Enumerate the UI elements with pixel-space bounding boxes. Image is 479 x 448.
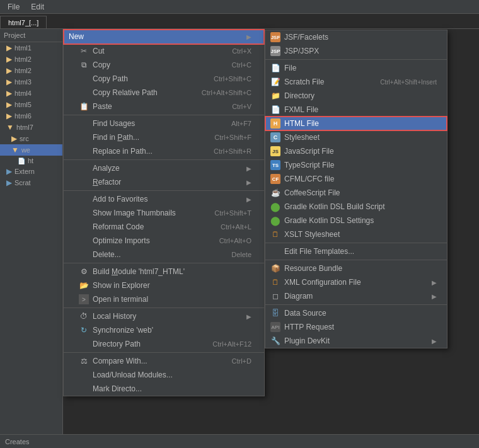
submenu-item-jsf[interactable]: JSF JSF/Facelets xyxy=(265,30,447,44)
menu-item-refactor[interactable]: Refactor ▶ xyxy=(64,175,264,189)
dir-path-shortcut: Ctrl+Alt+F12 xyxy=(212,340,251,348)
diagram-wrap: ◻ Diagram xyxy=(270,291,313,301)
find-path-wrap: Find in Path... xyxy=(79,132,139,142)
reformat-icon xyxy=(79,222,89,232)
menu-item-explorer[interactable]: 📂 Show in Explorer xyxy=(64,279,264,292)
html-wrap: H HTML File xyxy=(270,118,319,129)
submenu-item-http[interactable]: API HTTP Request xyxy=(265,320,447,334)
scratch-shortcut: Ctrl+Alt+Shift+Insert xyxy=(380,79,437,86)
datasource-label: Data Source xyxy=(284,309,326,318)
menu-item-find-path[interactable]: Find in Path... Ctrl+Shift+F xyxy=(64,130,264,144)
menubar-edit[interactable]: Edit xyxy=(26,1,49,13)
replace-label: Replace in Path... xyxy=(93,147,153,156)
sidebar-item-html2a[interactable]: ▶ html2 xyxy=(0,54,62,65)
menu-item-replace-path[interactable]: Replace in Path... Ctrl+Shift+R xyxy=(64,144,264,158)
folder-icon: ▶ xyxy=(6,55,12,64)
menu-item-reformat[interactable]: Reformat Code Ctrl+Alt+L xyxy=(64,220,264,234)
separator-1 xyxy=(64,115,264,115)
menu-item-analyze[interactable]: Analyze ▶ xyxy=(64,161,264,175)
context-menu: New ▶ ✂ Cut Ctrl+X ⧉ Copy Ctrl+C Copy Pa… xyxy=(63,29,265,396)
submenu-item-resource[interactable]: 📦 Resource Bundle xyxy=(265,261,447,275)
menu-item-copy[interactable]: ⧉ Copy Ctrl+C xyxy=(64,58,264,72)
submenu-item-html[interactable]: H HTML File xyxy=(265,117,447,130)
sidebar-item-html3[interactable]: ▶ html3 xyxy=(0,76,62,88)
mark-dir-icon xyxy=(79,384,89,394)
menu-item-find-usages[interactable]: Find Usages Alt+F7 xyxy=(64,117,264,130)
terminal-wrap: > Open in terminal xyxy=(79,294,148,304)
submenu-item-coffee[interactable]: ☕ CoffeeScript File xyxy=(265,186,447,200)
submenu-item-javascript[interactable]: JS JavaScript File xyxy=(265,144,447,158)
submenu-item-file[interactable]: 📄 File xyxy=(265,61,447,75)
sidebar-item-extern[interactable]: ▶ Extern xyxy=(0,166,62,177)
menubar-file[interactable]: File xyxy=(3,1,25,13)
folder-open-icon: ▼ xyxy=(6,123,14,132)
menu-item-compare[interactable]: ⚖ Compare With... Ctrl+D xyxy=(64,354,264,368)
menu-item-copy-rel[interactable]: Copy Relative Path Ctrl+Alt+Shift+C xyxy=(64,86,264,100)
menu-item-favorites[interactable]: Add to Favorites ▶ xyxy=(64,192,264,206)
submenu-item-datasource[interactable]: 🗄 Data Source xyxy=(265,306,447,320)
menu-item-new[interactable]: New ▶ xyxy=(64,30,264,44)
menu-item-terminal[interactable]: > Open in terminal xyxy=(64,292,264,306)
sidebar-item-html1[interactable]: ▶ html1 xyxy=(0,42,62,54)
fxml-label: FXML File xyxy=(284,105,318,114)
menu-item-copy-path[interactable]: Copy Path Ctrl+Shift+C xyxy=(64,72,264,86)
fxml-wrap: 📄 FXML File xyxy=(270,105,318,115)
submenu-item-gradle-settings[interactable]: ⬤ Gradle Kotlin DSL Settings xyxy=(265,214,447,227)
submenu-item-xml-config[interactable]: 🗒 XML Configuration File ▶ xyxy=(265,275,447,289)
file-icon: 📄 xyxy=(270,63,280,73)
menu-item-cut[interactable]: ✂ Cut Ctrl+X xyxy=(64,44,264,58)
submenu-sep-2 xyxy=(265,243,447,243)
sidebar-item-html7[interactable]: ▼ html7 xyxy=(0,122,62,133)
submenu-item-jsp[interactable]: JSP JSP/JSPX xyxy=(265,44,447,58)
replace-shortcut: Ctrl+Shift+R xyxy=(214,147,251,155)
menu-item-build[interactable]: ⚙ Build Module 'html7_HTML' xyxy=(64,265,264,279)
history-arrow: ▶ xyxy=(246,313,251,320)
folder-icon: ▶ xyxy=(6,100,12,109)
resource-icon: 📦 xyxy=(270,263,280,273)
submenu-item-gradle-build[interactable]: ⬤ Gradle Kotlin DSL Build Script xyxy=(265,200,447,214)
favorites-arrow: ▶ xyxy=(246,196,251,203)
menu-item-local-history[interactable]: ⏱ Local History ▶ xyxy=(64,309,264,323)
copy-rel-icon xyxy=(79,88,89,98)
cut-shortcut: Ctrl+X xyxy=(232,47,251,55)
sidebar-label: src xyxy=(20,135,29,142)
javascript-label: JavaScript File xyxy=(284,147,334,156)
menu-item-paste[interactable]: 📋 Paste Ctrl+V xyxy=(64,100,264,113)
submenu-item-scratch[interactable]: 📝 Scratch File Ctrl+Alt+Shift+Insert xyxy=(265,75,447,89)
optimize-icon xyxy=(79,236,89,246)
sidebar-item-html5[interactable]: ▶ html5 xyxy=(0,99,62,110)
submenu-item-stylesheet[interactable]: C Stylesheet xyxy=(265,130,447,144)
menu-item-sync[interactable]: ↻ Synchronize 'web' xyxy=(64,323,264,337)
submenu-item-cfml[interactable]: CF CFML/CFC file xyxy=(265,172,447,186)
submenu-item-fxml[interactable]: 📄 FXML File xyxy=(265,103,447,117)
submenu-item-plugin[interactable]: 🔧 Plugin DevKit ▶ xyxy=(265,334,447,348)
sidebar-item-src[interactable]: ▶ src xyxy=(0,133,62,144)
submenu-item-typescript[interactable]: TS TypeScript File xyxy=(265,158,447,172)
active-tab[interactable]: html7_[...] xyxy=(0,16,47,28)
submenu-item-directory[interactable]: 📁 Directory xyxy=(265,89,447,103)
gradle-build-wrap: ⬤ Gradle Kotlin DSL Build Script xyxy=(270,202,385,212)
separator-5 xyxy=(64,307,264,308)
menu-item-dir-path[interactable]: Directory Path Ctrl+Alt+F12 xyxy=(64,337,264,351)
sync-icon: ↻ xyxy=(79,325,89,335)
menu-item-delete[interactable]: Delete... Delete xyxy=(64,248,264,261)
sidebar-item-html4[interactable]: ▶ html4 xyxy=(0,88,62,99)
menu-item-optimize[interactable]: Optimize Imports Ctrl+Alt+O xyxy=(64,234,264,248)
arrow-icon: ▶ xyxy=(246,33,251,40)
submenu-item-diagram[interactable]: ◻ Diagram ▶ xyxy=(265,289,447,303)
submenu-item-edit-templates[interactable]: Edit File Templates... xyxy=(265,244,447,258)
sync-label: Synchronize 'web' xyxy=(93,326,153,335)
compare-wrap: ⚖ Compare With... xyxy=(79,356,147,366)
sidebar-item-web[interactable]: ▼ we xyxy=(0,144,62,156)
sidebar-item-html2b[interactable]: ▶ html2 xyxy=(0,65,62,76)
diagram-label: Diagram xyxy=(284,292,313,301)
sidebar-item-scratch[interactable]: ▶ Scrat xyxy=(0,177,62,188)
submenu-item-xslt[interactable]: 🗒 XSLT Stylesheet xyxy=(265,227,447,241)
menu-item-mark-dir[interactable]: Mark Directo... xyxy=(64,382,264,396)
sidebar-item-ht[interactable]: 📄 ht xyxy=(0,156,62,166)
menu-item-thumbnails[interactable]: Show Image Thumbnails Ctrl+Shift+T xyxy=(64,206,264,220)
gradle-build-label: Gradle Kotlin DSL Build Script xyxy=(284,202,385,211)
sync-wrap: ↻ Synchronize 'web' xyxy=(79,325,153,335)
sidebar-item-html6[interactable]: ▶ html6 xyxy=(0,110,62,122)
menu-item-load-modules[interactable]: Load/Unload Modules... xyxy=(64,368,264,382)
